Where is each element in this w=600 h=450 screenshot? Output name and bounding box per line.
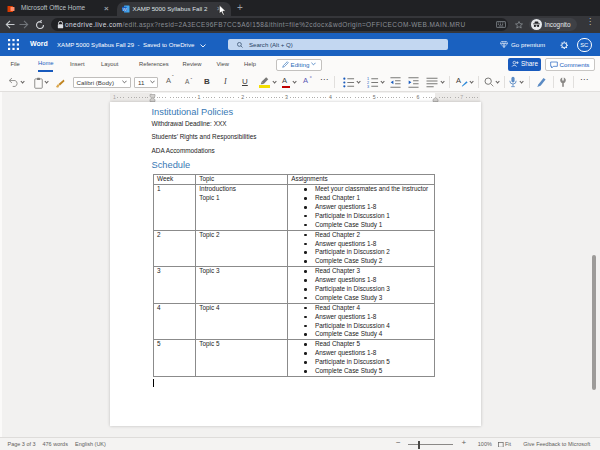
svg-text:3: 3 [367, 85, 369, 88]
svg-text:W: W [123, 7, 127, 12]
